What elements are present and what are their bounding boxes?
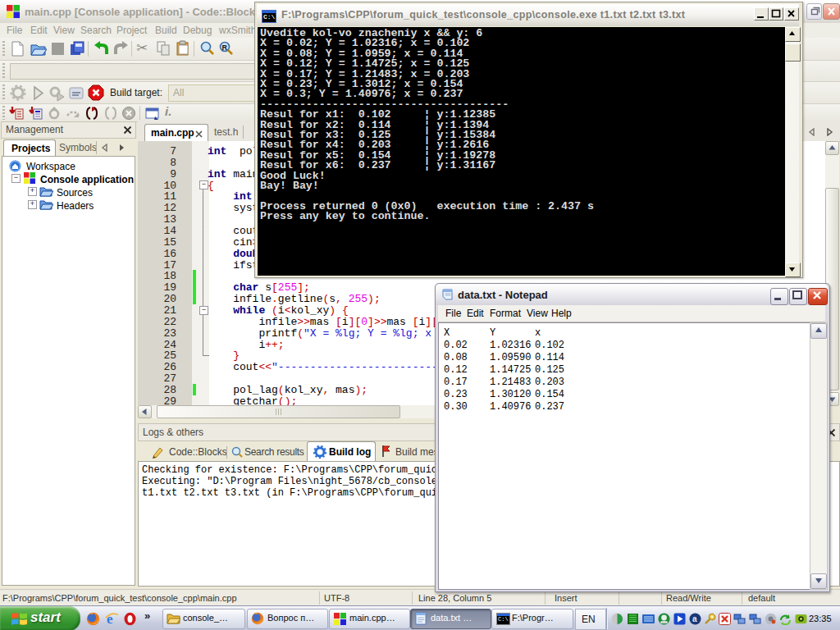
svg-text:R: R <box>222 43 228 52</box>
svg-text:a: a <box>692 614 697 623</box>
